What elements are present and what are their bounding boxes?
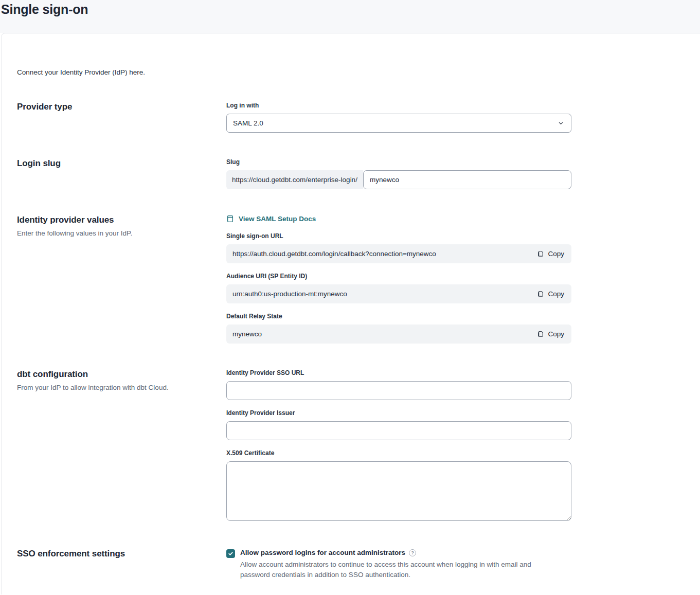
relay-state-label: Default Relay State <box>226 313 571 320</box>
allow-password-logins-row: Allow password logins for account admini… <box>226 549 571 580</box>
checkmark-icon <box>228 551 234 556</box>
saml-docs-link[interactable]: View SAML Setup Docs <box>226 215 571 223</box>
provider-type-heading: Provider type <box>17 102 216 112</box>
allow-password-logins-label: Allow password logins for account admini… <box>240 549 405 556</box>
x509-certificate-textarea[interactable] <box>226 461 571 521</box>
sso-url-copy-button[interactable]: Copy <box>537 250 564 258</box>
relay-state-value: mynewco <box>232 330 262 338</box>
copy-button-label: Copy <box>548 330 564 338</box>
sso-url-value: https://auth.cloud.getdbt.com/login/call… <box>232 250 436 258</box>
sso-url-copy-field: https://auth.cloud.getdbt.com/login/call… <box>226 244 571 263</box>
section-sso-enforcement: SSO enforcement settings Allow password … <box>17 549 700 580</box>
relay-state-copy-button[interactable]: Copy <box>537 330 564 338</box>
login-with-select[interactable]: SAML 2.0 <box>226 114 571 133</box>
login-with-label: Log in with <box>226 102 571 109</box>
document-icon <box>226 215 234 223</box>
sso-settings-card: Connect your Identity Provider (IdP) her… <box>1 33 700 594</box>
chevron-down-icon <box>558 120 564 126</box>
audience-uri-copy-button[interactable]: Copy <box>537 290 564 298</box>
slug-url-prefix: https://cloud.getdbt.com/enterprise-logi… <box>226 170 363 189</box>
copy-button-label: Copy <box>548 250 564 258</box>
relay-state-field-group: Default Relay State mynewco Copy <box>226 313 571 344</box>
login-slug-heading: Login slug <box>17 158 216 169</box>
intro-text: Connect your Identity Provider (IdP) her… <box>17 68 700 76</box>
idp-issuer-field-group: Identity Provider Issuer <box>226 409 571 440</box>
dbt-config-subtext: From your IdP to allow integration with … <box>17 384 216 391</box>
idp-values-subtext: Enter the following values in your IdP. <box>17 229 216 237</box>
copy-button-label: Copy <box>548 290 564 298</box>
audience-uri-label: Audience URI (SP Entity ID) <box>226 273 571 280</box>
audience-uri-copy-field: urn:auth0:us-production-mt:mynewco Copy <box>226 284 571 303</box>
page-header: Single sign-on <box>0 0 700 33</box>
audience-uri-value: urn:auth0:us-production-mt:mynewco <box>232 290 347 298</box>
x509-certificate-label: X.509 Certificate <box>226 449 571 457</box>
idp-issuer-label: Identity Provider Issuer <box>226 409 571 417</box>
copy-icon <box>537 290 544 298</box>
page-title: Single sign-on <box>1 2 700 17</box>
slug-label: Slug <box>226 158 571 166</box>
idp-sso-url-input[interactable] <box>226 381 571 400</box>
sso-url-label: Single sign-on URL <box>226 232 571 240</box>
allow-password-logins-description: Allow account administrators to continue… <box>240 560 562 580</box>
x509-certificate-field-group: X.509 Certificate <box>226 449 571 523</box>
slug-input[interactable] <box>363 170 571 189</box>
sso-enforcement-heading: SSO enforcement settings <box>17 549 216 559</box>
section-login-slug: Login slug Slug https://cloud.getdbt.com… <box>17 158 700 189</box>
section-provider-type: Provider type Log in with SAML 2.0 <box>17 102 700 133</box>
dbt-config-heading: dbt configuration <box>17 369 216 380</box>
relay-state-copy-field: mynewco Copy <box>226 324 571 344</box>
sso-url-field-group: Single sign-on URL https://auth.cloud.ge… <box>226 232 571 263</box>
slug-field: https://cloud.getdbt.com/enterprise-logi… <box>226 170 571 189</box>
idp-sso-url-field-group: Identity Provider SSO URL <box>226 369 571 400</box>
copy-icon <box>537 250 544 258</box>
saml-docs-link-label: View SAML Setup Docs <box>239 215 316 223</box>
idp-values-heading: Identity provider values <box>17 215 216 225</box>
login-with-selected-value: SAML 2.0 <box>233 119 263 127</box>
allow-password-logins-checkbox[interactable] <box>226 549 235 558</box>
section-idp-values: Identity provider values Enter the follo… <box>17 215 700 344</box>
copy-icon <box>537 330 544 338</box>
audience-uri-field-group: Audience URI (SP Entity ID) urn:auth0:us… <box>226 273 571 303</box>
idp-issuer-input[interactable] <box>226 421 571 440</box>
section-dbt-configuration: dbt configuration From your IdP to allow… <box>17 369 700 523</box>
question-circle-icon[interactable]: ? <box>409 549 416 556</box>
idp-sso-url-label: Identity Provider SSO URL <box>226 369 571 376</box>
